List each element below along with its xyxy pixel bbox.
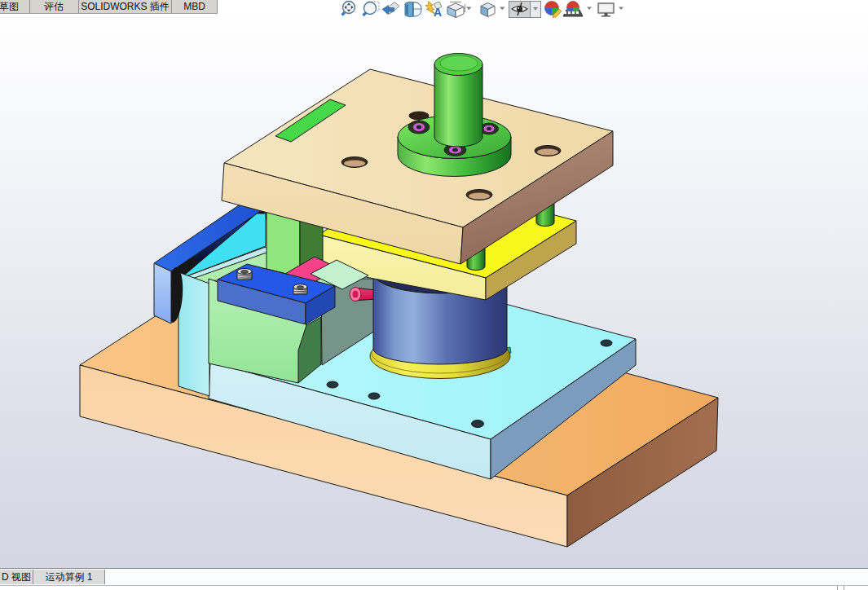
svg-text:A: A	[434, 6, 442, 19]
